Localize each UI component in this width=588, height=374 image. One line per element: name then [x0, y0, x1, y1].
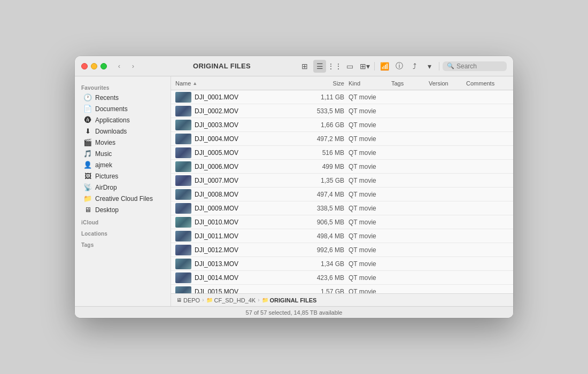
col-header-version[interactable]: Version — [429, 80, 466, 87]
pictures-icon: 🖼 — [83, 172, 92, 180]
creative-icon: 📁 — [83, 194, 92, 202]
breadcrumb-item[interactable]: 📁ORIGINAL FILES — [262, 297, 317, 303]
file-size: 1,35 GB — [306, 177, 349, 184]
file-thumbnail — [175, 175, 191, 186]
file-kind: QT movie — [349, 107, 391, 115]
sidebar-item-downloads[interactable]: ⬇ Downloads — [77, 126, 168, 137]
file-thumbnail — [175, 161, 191, 172]
breadcrumb-folder-icon: 📁 — [206, 297, 213, 303]
table-row[interactable]: DJI_0012.MOV 992,6 MB QT movie — [171, 243, 513, 257]
file-kind: QT movie — [349, 149, 391, 157]
table-row[interactable]: DJI_0007.MOV 1,35 GB QT movie — [171, 174, 513, 188]
col-header-kind[interactable]: Kind — [349, 80, 391, 87]
sidebar-item-music[interactable]: 🎵 Music — [77, 148, 168, 159]
file-size: 499 MB — [306, 163, 349, 170]
file-size: 992,6 MB — [306, 246, 349, 254]
finder-window: ‹ › ORIGINAL FILES ⊞ ☰ ⋮⋮ ▭ ⊞▾ 📶 ⓘ ⤴ ▾ 🔍… — [75, 56, 513, 318]
file-thumbnail — [175, 217, 191, 228]
breadcrumb-label: ORIGINAL FILES — [270, 297, 317, 303]
column-view-button[interactable]: ⋮⋮ — [328, 60, 341, 73]
file-name: DJI_0006.MOV — [195, 163, 306, 170]
table-row[interactable]: DJI_0013.MOV 1,34 GB QT movie — [171, 257, 513, 271]
forward-button[interactable]: › — [127, 60, 139, 72]
sidebar-item-airdrop[interactable]: 📡 AirDrop — [77, 182, 168, 193]
search-box[interactable]: 🔍 — [443, 61, 507, 71]
file-name: DJI_0013.MOV — [195, 260, 306, 268]
table-row[interactable]: DJI_0015.MOV 1,57 GB QT movie — [171, 285, 513, 293]
file-size: 1,66 GB — [306, 121, 349, 129]
file-kind: QT movie — [349, 274, 391, 282]
share-button[interactable]: ⤴ — [408, 60, 421, 73]
breadcrumb-item[interactable]: 📁CF_SD_HD_4K — [206, 297, 256, 303]
column-headers: Name ▲ Size Kind Tags Version Comments — [171, 76, 513, 90]
col-header-name[interactable]: Name ▲ — [175, 80, 306, 87]
back-button[interactable]: ‹ — [113, 60, 125, 72]
sidebar-item-label-recents: Recents — [95, 94, 119, 102]
file-kind: QT movie — [349, 121, 391, 129]
sidebar-item-ajmek[interactable]: 👤 ajmek — [77, 159, 168, 170]
file-thumbnail — [175, 92, 191, 103]
gallery-view-button[interactable]: ▭ — [343, 60, 356, 73]
documents-icon: 📄 — [83, 105, 92, 113]
info-button[interactable]: ⓘ — [393, 60, 406, 73]
file-kind: QT movie — [349, 94, 391, 101]
file-size: 423,6 MB — [306, 274, 349, 282]
table-row[interactable]: DJI_0001.MOV 1,11 GB QT movie — [171, 90, 513, 104]
col-header-size[interactable]: Size — [306, 80, 349, 87]
table-row[interactable]: DJI_0005.MOV 516 MB QT movie — [171, 146, 513, 160]
wifi-button[interactable]: 📶 — [378, 60, 391, 73]
file-name: DJI_0002.MOV — [195, 107, 306, 115]
table-row[interactable]: DJI_0011.MOV 498,4 MB QT movie — [171, 229, 513, 243]
file-name: DJI_0014.MOV — [195, 274, 306, 282]
divider — [374, 62, 375, 71]
table-row[interactable]: DJI_0002.MOV 533,5 MB QT movie — [171, 104, 513, 118]
sidebar-item-recents[interactable]: 🕐 Recents — [77, 92, 168, 103]
sidebar-item-label-downloads: Downloads — [95, 128, 127, 135]
sidebar-item-applications[interactable]: 🅐 Applications — [77, 114, 168, 126]
col-header-tags[interactable]: Tags — [391, 80, 429, 87]
more-button[interactable]: ▾ — [423, 60, 436, 73]
minimize-button[interactable] — [91, 63, 97, 69]
statusbar: 57 of 57 selected, 14,85 TB available — [75, 306, 513, 318]
file-kind: QT movie — [349, 191, 391, 198]
sidebar-item-creative[interactable]: 📁 Creative Cloud Files — [77, 193, 168, 204]
sort-arrow: ▲ — [192, 81, 197, 86]
file-name: DJI_0007.MOV — [195, 177, 306, 184]
file-name: DJI_0008.MOV — [195, 191, 306, 198]
file-kind: QT movie — [349, 177, 391, 184]
col-header-comments[interactable]: Comments — [466, 80, 509, 87]
file-kind: QT movie — [349, 219, 391, 226]
table-row[interactable]: DJI_0006.MOV 499 MB QT movie — [171, 160, 513, 174]
file-size: 906,5 MB — [306, 219, 349, 226]
table-row[interactable]: DJI_0008.MOV 497,4 MB QT movie — [171, 188, 513, 201]
sidebar-item-documents[interactable]: 📄 Documents — [77, 103, 168, 114]
icon-view-button[interactable]: ⊞ — [298, 60, 311, 73]
table-row[interactable]: DJI_0009.MOV 338,5 MB QT movie — [171, 201, 513, 215]
file-name: DJI_0004.MOV — [195, 135, 306, 143]
sidebar-item-label-desktop: Desktop — [95, 206, 119, 214]
file-name: DJI_0011.MOV — [195, 232, 306, 240]
table-row[interactable]: DJI_0003.MOV 1,66 GB QT movie — [171, 118, 513, 132]
search-input[interactable] — [457, 63, 505, 70]
file-size: 1,11 GB — [306, 94, 349, 101]
table-row[interactable]: DJI_0014.MOV 423,6 MB QT movie — [171, 271, 513, 285]
file-kind: QT movie — [349, 246, 391, 254]
sidebar-item-movies[interactable]: 🎬 Movies — [77, 137, 168, 148]
file-thumbnail — [175, 189, 191, 200]
breadcrumb-label: DEPO — [183, 297, 200, 303]
close-button[interactable] — [81, 63, 88, 69]
maximize-button[interactable] — [100, 63, 107, 69]
table-row[interactable]: DJI_0004.MOV 497,2 MB QT movie — [171, 132, 513, 146]
breadcrumb-folder-icon: 🖥 — [176, 297, 182, 303]
file-size: 516 MB — [306, 149, 349, 157]
sidebar-item-pictures[interactable]: 🖼 Pictures — [77, 170, 168, 182]
group-button[interactable]: ⊞▾ — [358, 60, 371, 73]
sidebar-item-label-ajmek: ajmek — [95, 161, 112, 169]
list-view-button[interactable]: ☰ — [313, 60, 326, 73]
table-row[interactable]: DJI_0010.MOV 906,5 MB QT movie — [171, 215, 513, 229]
breadcrumb-item[interactable]: 🖥DEPO — [176, 297, 200, 303]
file-name: DJI_0010.MOV — [195, 219, 306, 226]
sidebar-item-desktop[interactable]: 🖥 Desktop — [77, 204, 168, 215]
file-name: DJI_0012.MOV — [195, 246, 306, 254]
airdrop-icon: 📡 — [83, 183, 92, 191]
